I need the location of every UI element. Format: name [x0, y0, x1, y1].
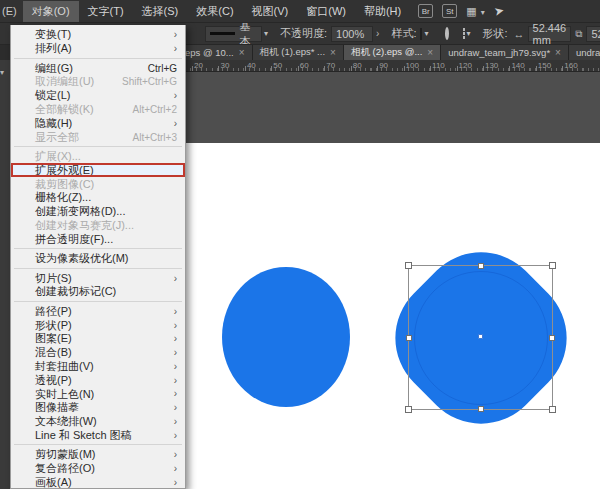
- menu-item-slice[interactable]: 切片(S)›: [11, 271, 185, 285]
- document-tab-title: 相机 (1).eps* ...: [260, 46, 325, 59]
- close-icon[interactable]: ×: [330, 48, 336, 58]
- menu-item-label: 实时上色(N): [35, 387, 168, 402]
- menu-item-make-pixel-perfect[interactable]: 设为像素级优化(M): [11, 252, 185, 266]
- workspace-layout-button[interactable]: ▦ ▾: [466, 5, 484, 18]
- ruler-tick-label: 150: [538, 61, 551, 70]
- opacity-expander-icon[interactable]: ›: [376, 28, 379, 39]
- menu-item-group[interactable]: 编组(G)Ctrl+G: [11, 61, 185, 75]
- selection-center-point[interactable]: [478, 334, 483, 339]
- selection-handle-right[interactable]: [549, 335, 555, 341]
- menu-item-rasterize[interactable]: 栅格化(Z)...: [11, 191, 185, 205]
- selection-handle-top-left[interactable]: [405, 262, 412, 269]
- menu-item-label: 透视(P): [35, 373, 168, 388]
- menubar-item-effect[interactable]: 效果(C): [187, 1, 242, 22]
- menu-item-perspective[interactable]: 透视(P)›: [11, 373, 185, 387]
- submenu-arrow-icon: ›: [174, 29, 177, 40]
- menu-item-shortcut: Shift+Ctrl+G: [122, 76, 177, 87]
- ruler-major-tick: [404, 66, 405, 71]
- ruler-major-tick: [430, 66, 431, 71]
- menubar-item-select[interactable]: 选择(S): [133, 1, 188, 22]
- selection-handle-top-right[interactable]: [549, 262, 556, 269]
- menubar-item-help[interactable]: 帮助(H): [355, 1, 410, 22]
- share-icon[interactable]: ➤: [492, 3, 505, 19]
- close-icon[interactable]: ×: [427, 48, 433, 58]
- menu-item-path[interactable]: 路径(P)›: [11, 304, 185, 318]
- menu-item-line-sketch-art[interactable]: Line 和 Sketch 图稿›: [11, 428, 185, 442]
- constrain-proportions-icon[interactable]: ⧉: [575, 28, 582, 40]
- ruler-tick-label: 60: [300, 61, 309, 70]
- chevron-down-icon[interactable]: ▾: [467, 29, 471, 38]
- left-panel-sliver: ▾: [0, 60, 10, 489]
- select-similar-icon[interactable]: [463, 28, 465, 39]
- menu-item-create-gradient-mesh[interactable]: 创建渐变网格(D)...: [11, 205, 185, 219]
- menu-item-compound-path[interactable]: 复合路径(O)›: [11, 462, 185, 476]
- menu-item-transform[interactable]: 变换(T)›: [11, 28, 185, 42]
- menu-item-pattern[interactable]: 图案(E)›: [11, 332, 185, 346]
- submenu-arrow-icon: ›: [174, 273, 177, 284]
- menubar-items: 对象(O)文字(T)选择(S)效果(C)视图(V)窗口(W)帮助(H): [23, 1, 411, 22]
- menu-item-label: 切片(S): [35, 271, 168, 286]
- menu-item-flatten-transparency[interactable]: 拼合透明度(F)...: [11, 232, 185, 246]
- document-tab[interactable]: undraw_selfie1_k...: [569, 45, 600, 60]
- menubar-item-window[interactable]: 窗口(W): [297, 1, 355, 22]
- menu-separator: [11, 442, 185, 448]
- shape-height-field[interactable]: 52: [586, 26, 600, 42]
- menu-item-arrange[interactable]: 排列(A)›: [11, 42, 185, 56]
- document-tab[interactable]: eps @ 10...×: [178, 45, 253, 60]
- ruler-major-tick: [245, 66, 246, 71]
- menu-item-shape[interactable]: 形状(P)›: [11, 318, 185, 332]
- ruler-major-tick: [351, 66, 352, 71]
- submenu-arrow-icon: ›: [174, 333, 177, 344]
- menu-item-live-paint[interactable]: 实时上色(N)›: [11, 387, 185, 401]
- recolor-artwork-icon[interactable]: [445, 27, 449, 40]
- submenu-arrow-icon: ›: [174, 320, 177, 331]
- close-icon[interactable]: ×: [239, 48, 245, 58]
- document-tab-title: undraw_selfie1_k...: [576, 47, 600, 58]
- menubar-item-view[interactable]: 视图(V): [243, 1, 298, 22]
- selection-handle-top[interactable]: [478, 263, 484, 269]
- submenu-arrow-icon: ›: [174, 430, 177, 441]
- menu-item-hide[interactable]: 隐藏(H)›: [11, 116, 185, 130]
- menu-item-text-wrap[interactable]: 文本绕排(W)›: [11, 415, 185, 429]
- submenu-arrow-icon: ›: [174, 347, 177, 358]
- document-tab[interactable]: 相机 (1).eps* ...×: [253, 45, 344, 60]
- menu-item-clipping-mask[interactable]: 剪切蒙版(M)›: [11, 448, 185, 462]
- ruler-major-tick: [298, 66, 299, 71]
- stroke-preset-dropdown[interactable]: 基本: [205, 26, 262, 42]
- menubar-item-object[interactable]: 对象(O): [23, 1, 79, 22]
- ruler-tick-label: 110: [432, 61, 445, 70]
- chevron-down-icon[interactable]: ▾: [264, 29, 268, 38]
- menu-item-lock[interactable]: 锁定(L)›: [11, 89, 185, 103]
- menu-item-envelope-distort[interactable]: 封套扭曲(V)›: [11, 360, 185, 374]
- document-tab[interactable]: 相机 (2).eps @...×: [344, 45, 441, 60]
- menu-item-unlock-all: 全部解锁(K)Alt+Ctrl+2: [11, 103, 185, 117]
- selection-handle-left[interactable]: [406, 335, 412, 341]
- style-swatch[interactable]: [420, 28, 422, 40]
- menu-item-shortcut: Alt+Ctrl+2: [133, 104, 177, 115]
- submenu-arrow-icon: ›: [174, 43, 177, 54]
- menu-item-artboards[interactable]: 画板(A)›: [11, 475, 185, 489]
- menu-item-label: 封套扭曲(V): [35, 359, 168, 374]
- menubar-item-type[interactable]: 文字(T): [79, 1, 133, 22]
- bridge-icon[interactable]: Br: [418, 4, 433, 18]
- opacity-label: 不透明度:: [280, 26, 327, 41]
- menu-item-blend[interactable]: 混合(B)›: [11, 346, 185, 360]
- selection-handle-bottom[interactable]: [478, 406, 484, 412]
- menu-item-create-trim-marks[interactable]: 创建裁切标记(C): [11, 285, 185, 299]
- menu-item-image-trace[interactable]: 图像描摹›: [11, 401, 185, 415]
- opacity-field[interactable]: 100%: [331, 26, 373, 42]
- close-icon[interactable]: ×: [555, 48, 561, 58]
- original-circle-shape[interactable]: [222, 267, 350, 407]
- selection-handle-bottom-left[interactable]: [405, 406, 412, 413]
- menu-item-label: 文本绕排(W): [35, 414, 168, 429]
- chevron-down-icon: ▾: [0, 68, 4, 77]
- shape-width-field[interactable]: 52.446 mm: [528, 26, 572, 42]
- menu-item-label: 创建裁切标记(C): [35, 284, 177, 299]
- chevron-down-icon[interactable]: ▾: [424, 29, 428, 38]
- menu-item-label: 锁定(L): [35, 88, 168, 103]
- selection-handle-bottom-right[interactable]: [549, 406, 556, 413]
- document-tab[interactable]: undraw_team_jh79.svg*×: [441, 45, 569, 60]
- menu-item-label: 排列(A): [35, 41, 168, 56]
- menu-item-expand-appearance[interactable]: 扩展外观(E): [11, 163, 185, 177]
- stock-icon[interactable]: St: [442, 4, 457, 18]
